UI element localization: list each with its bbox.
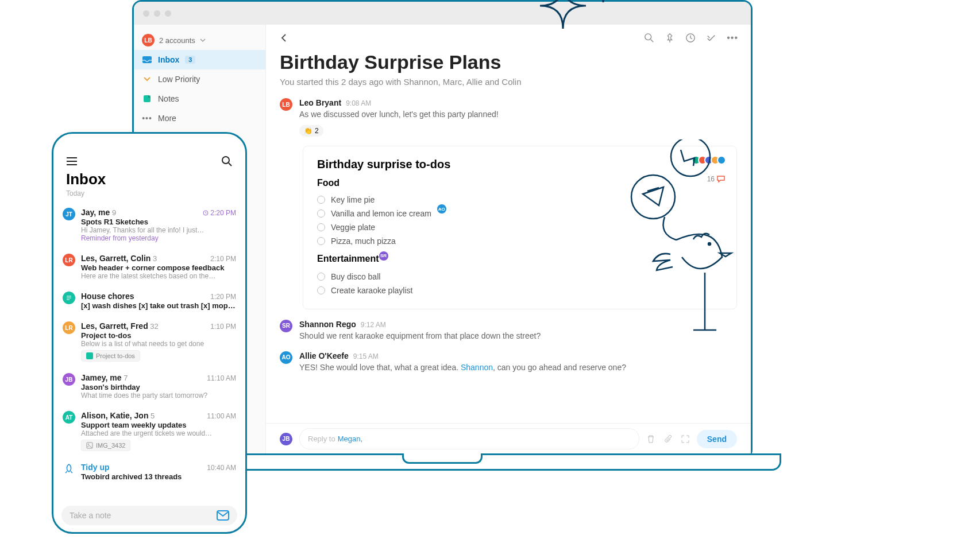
inbox-item[interactable]: ATAlison, Katie, Jon 511:00 AMSupport te… xyxy=(53,405,245,457)
traffic-light-close[interactable] xyxy=(143,10,149,17)
search-icon[interactable] xyxy=(221,156,233,167)
inbox-item[interactable]: JBJamey, me 711:10 AMJason's birthdayWha… xyxy=(53,367,245,405)
collab-cursor-badge: SR xyxy=(379,251,388,261)
inbox-item[interactable]: LRLes, Garrett, Colin 32:10 PMWeb header… xyxy=(53,248,245,286)
inbox-subject: Web header + corner compose feedback xyxy=(81,263,236,272)
inbox-preview: Below is a list of what needs to get don… xyxy=(81,340,236,348)
todo-item[interactable]: Create karaoke playlist xyxy=(317,284,723,297)
inbox-subject: Project to-dos xyxy=(81,331,236,340)
inbox-time: 11:10 AM xyxy=(207,374,236,382)
inbox-preview: Here are the latest sketches based on th… xyxy=(81,272,236,280)
message-time: 9:08 AM xyxy=(346,99,371,107)
reaction[interactable]: 👏 2 xyxy=(299,125,323,137)
sparkle-icon xyxy=(534,0,626,57)
todo-item[interactable]: Key lime pie xyxy=(317,193,723,207)
inbox-from: House chores xyxy=(81,292,134,301)
thread-subtitle: You started this 2 days ago with Shannon… xyxy=(280,77,737,87)
comment-count[interactable]: 16 xyxy=(707,175,725,183)
inbox-subject: Support team weekly updates xyxy=(81,421,236,429)
note-icon xyxy=(63,292,75,304)
message: SR Shannon Rego 9:12 AM Should we rent k… xyxy=(280,320,737,342)
sidebar-label: Low Priority xyxy=(158,75,200,84)
message-text: As we discussed over lunch, let's get th… xyxy=(299,108,737,121)
chevron-down-icon xyxy=(200,37,206,43)
sidebar-item-more[interactable]: ••• More xyxy=(134,108,265,128)
thread-title: Birthday Surprise Plans xyxy=(280,51,737,73)
inbox-item[interactable]: LRLes, Garrett, Fred 321:10 PMProject to… xyxy=(53,316,245,367)
inbox-item[interactable]: Tidy up10:40 AMTwobird archived 13 threa… xyxy=(53,457,245,487)
sidebar-item-inbox[interactable]: Inbox 3 xyxy=(134,50,265,69)
inbox-from: Tidy up xyxy=(81,463,110,472)
account-switcher[interactable]: LB 2 accounts xyxy=(134,30,265,50)
message-time: 9:15 AM xyxy=(353,352,379,360)
message-author: Shannon Rego xyxy=(299,320,356,329)
inbox-subject: Spots R1 Sketches xyxy=(81,218,236,226)
inbox-reminder: Reminder from yesterday xyxy=(81,234,236,242)
avatar: AT xyxy=(63,411,75,424)
thread-view: ••• Birthday Surprise Plans You started … xyxy=(266,25,751,457)
inbox-from: Jamey, me 7 xyxy=(81,373,128,382)
account-label: 2 accounts xyxy=(159,36,195,45)
attachment-chip[interactable]: Project to-dos xyxy=(81,350,140,362)
compose-note-input[interactable]: Take a note xyxy=(61,506,237,525)
inbox-time: 1:10 PM xyxy=(210,323,236,331)
send-button[interactable]: Send xyxy=(697,430,737,448)
inbox-from: Alison, Katie, Jon 5 xyxy=(81,411,155,420)
traffic-light-zoom[interactable] xyxy=(165,10,171,17)
sidebar-item-low-priority[interactable]: Low Priority xyxy=(134,69,265,89)
checkbox-icon[interactable] xyxy=(317,223,325,231)
todo-section-heading: Food xyxy=(317,178,723,188)
expand-icon[interactable] xyxy=(681,434,690,444)
inbox-time: 10:40 AM xyxy=(207,464,236,472)
presence-dot xyxy=(717,156,726,165)
reaction-count: 2 xyxy=(315,127,319,135)
todo-item[interactable]: Pizza, much pizza xyxy=(317,234,723,248)
inbox-from: Jay, me 9 xyxy=(81,208,116,217)
more-icon: ••• xyxy=(142,113,152,123)
inbox-from: Les, Garrett, Fred 32 xyxy=(81,321,159,331)
todo-item[interactable]: Vanilla and lemon ice creamAO xyxy=(317,207,723,220)
todo-card[interactable]: 16 Birthday surprise to-dos Food Key lim… xyxy=(303,146,737,309)
svg-rect-10 xyxy=(86,352,93,359)
mention-link[interactable]: Shannon xyxy=(461,363,493,372)
reply-input[interactable]: Reply to Megan, xyxy=(299,428,639,449)
message-time: 9:12 AM xyxy=(361,321,386,329)
laptop-notch xyxy=(402,453,483,464)
traffic-light-minimize[interactable] xyxy=(154,10,160,17)
checkbox-icon[interactable] xyxy=(317,209,325,218)
comment-icon xyxy=(717,176,725,183)
trash-icon[interactable] xyxy=(646,434,655,444)
menu-icon[interactable] xyxy=(66,157,78,166)
back-icon[interactable] xyxy=(279,33,289,43)
inbox-subject: Jason's birthday xyxy=(81,383,236,391)
sidebar-label: Inbox xyxy=(158,55,179,64)
message: AO Allie O'Keefe 9:15 AM YES! She would … xyxy=(280,351,737,374)
todo-item[interactable]: Buy disco ball xyxy=(317,270,723,284)
done-icon[interactable] xyxy=(706,33,716,43)
overflow-icon[interactable]: ••• xyxy=(727,33,738,43)
inbox-item[interactable]: House chores1:20 PM[x] wash dishes [x] t… xyxy=(53,286,245,316)
pin-icon[interactable] xyxy=(665,33,675,43)
account-avatar: LB xyxy=(142,34,155,46)
sidebar-label: Notes xyxy=(158,94,179,103)
svg-rect-1 xyxy=(144,95,151,102)
attachment-icon[interactable] xyxy=(663,434,673,444)
checkbox-icon[interactable] xyxy=(317,237,325,245)
inbox-from: Les, Garrett, Colin 3 xyxy=(81,254,157,263)
rocket-icon xyxy=(63,463,75,475)
checkbox-icon[interactable] xyxy=(317,196,325,204)
inbox-icon xyxy=(142,55,152,65)
checkbox-icon[interactable] xyxy=(317,273,325,281)
attachment-chip[interactable]: IMG_3432 xyxy=(81,440,130,451)
search-icon[interactable] xyxy=(644,33,654,43)
avatar: LR xyxy=(63,254,75,266)
sidebar-item-notes[interactable]: Notes xyxy=(134,89,265,108)
inbox-preview: [x] wash dishes [x] take out trash [x] m… xyxy=(81,301,236,310)
svg-point-12 xyxy=(88,444,89,445)
avatar: AO xyxy=(280,351,292,364)
checkbox-icon[interactable] xyxy=(317,286,325,294)
todo-item[interactable]: Veggie plate xyxy=(317,220,723,234)
collab-cursor-badge: AO xyxy=(437,204,446,214)
clock-icon[interactable] xyxy=(685,33,696,43)
inbox-item[interactable]: JTJay, me 9 2:20 PMSpots R1 SketchesHi J… xyxy=(53,202,245,248)
